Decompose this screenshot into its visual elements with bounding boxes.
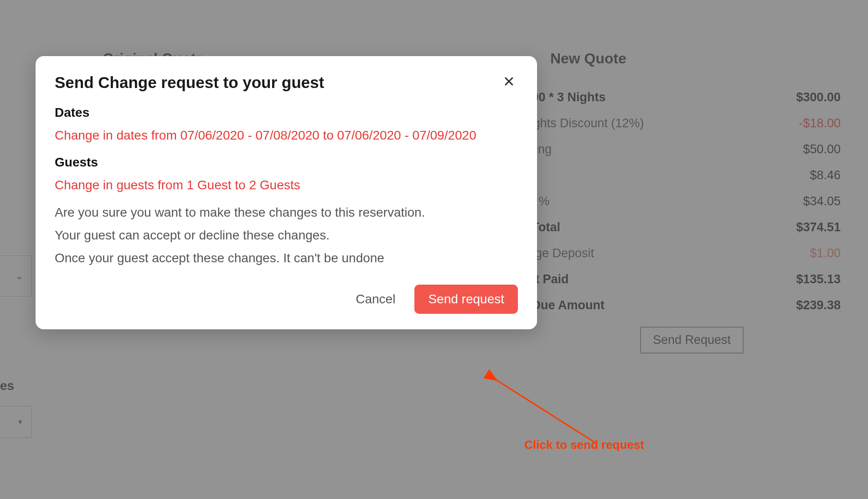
close-icon[interactable]: ✕ — [500, 73, 518, 90]
irreversible-text: Once your guest accept these changes. It… — [55, 251, 518, 265]
annotation-text: Click to send request — [524, 438, 644, 452]
guests-section-label: Guests — [55, 155, 518, 170]
modal-title: Send Change request to your guest — [55, 73, 324, 92]
guests-change-text: Change in guests from 1 Guest to 2 Guest… — [55, 175, 518, 195]
dates-section-label: Dates — [55, 105, 518, 120]
accept-decline-text: Your guest can accept or decline these c… — [55, 228, 518, 243]
cancel-button[interactable]: Cancel — [352, 287, 399, 311]
change-request-modal: Send Change request to your guest ✕ Date… — [36, 56, 537, 329]
dates-change-text: Change in dates from 07/06/2020 - 07/08/… — [55, 125, 518, 145]
confirm-text: Are you sure you want to make these chan… — [55, 205, 518, 220]
send-request-button[interactable]: Send request — [414, 285, 518, 314]
